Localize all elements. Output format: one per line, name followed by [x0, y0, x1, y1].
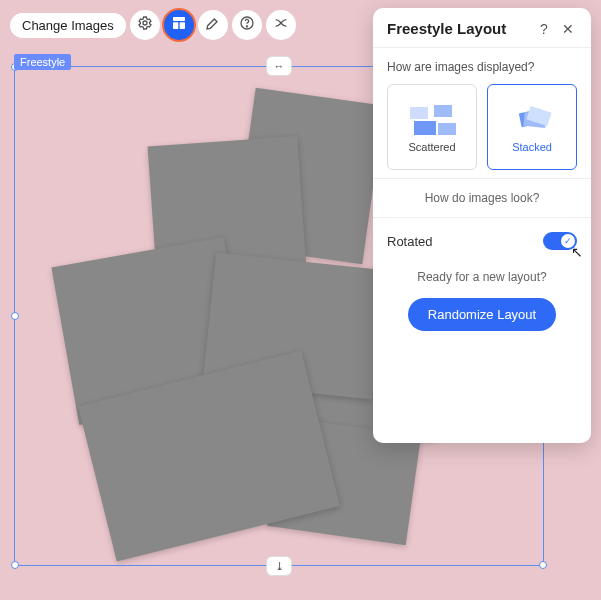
stacked-icon	[508, 101, 556, 135]
svg-point-0	[143, 21, 147, 25]
element-type-badge: Freestyle	[14, 54, 71, 70]
brush-icon	[205, 15, 221, 35]
layout-button[interactable]	[164, 10, 194, 40]
panel-title: Freestyle Layout	[387, 20, 529, 37]
rotated-label: Rotated	[387, 234, 433, 249]
svg-rect-3	[179, 22, 184, 29]
option-scattered[interactable]: Scattered	[387, 84, 477, 170]
option-stacked[interactable]: Stacked	[487, 84, 577, 170]
rotated-toggle[interactable]: ✓	[543, 232, 577, 250]
download-button[interactable]: ⤓	[266, 556, 292, 576]
option-label: Scattered	[408, 141, 455, 153]
design-button[interactable]	[198, 10, 228, 40]
help-button[interactable]	[232, 10, 262, 40]
display-question: How are images displayed?	[387, 60, 577, 74]
panel-help-button[interactable]: ?	[535, 21, 553, 37]
freestyle-layout-panel: Freestyle Layout ? ✕ How are images disp…	[373, 8, 591, 443]
gear-icon	[137, 15, 153, 35]
resize-handle-sw[interactable]	[11, 561, 19, 569]
layout-icon	[171, 15, 187, 35]
change-images-button[interactable]: Change Images	[10, 13, 126, 38]
settings-button[interactable]	[130, 10, 160, 40]
resize-handle-w[interactable]	[11, 312, 19, 320]
animate-button[interactable]	[266, 10, 296, 40]
resize-handle-se[interactable]	[539, 561, 547, 569]
randomize-layout-button[interactable]: Randomize Layout	[408, 298, 556, 331]
toggle-knob: ✓	[561, 234, 575, 248]
look-section-header: How do images look?	[373, 178, 591, 218]
question-icon: ?	[540, 21, 548, 37]
new-layout-question: Ready for a new layout?	[387, 270, 577, 284]
scattered-icon	[408, 101, 456, 135]
option-label: Stacked	[512, 141, 552, 153]
svg-rect-2	[173, 22, 178, 29]
svg-point-5	[246, 26, 247, 27]
rotated-row: Rotated ✓ ↖	[387, 228, 577, 258]
shuffle-icon	[273, 15, 289, 35]
panel-close-button[interactable]: ✕	[559, 21, 577, 37]
stretch-button[interactable]: ↔	[266, 56, 292, 76]
stretch-icon: ↔	[274, 60, 285, 72]
editor-toolbar: Change Images	[10, 10, 296, 40]
panel-header: Freestyle Layout ? ✕	[373, 8, 591, 48]
display-options: Scattered Stacked	[387, 84, 577, 170]
download-icon: ⤓	[275, 560, 284, 573]
svg-rect-1	[173, 17, 185, 21]
close-icon: ✕	[562, 21, 574, 37]
help-icon	[239, 15, 255, 35]
